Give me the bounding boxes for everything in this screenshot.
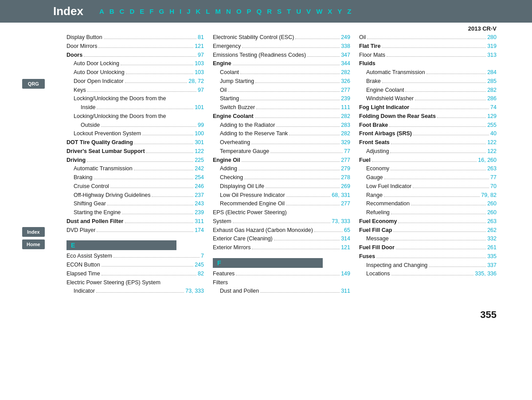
alpha-link-z[interactable]: Z	[347, 8, 351, 15]
alpha-link-y[interactable]: Y	[337, 8, 342, 15]
entry-page[interactable]: 100	[195, 129, 204, 138]
entry-page[interactable]: 282	[341, 68, 350, 77]
entry-page[interactable]: 249	[341, 33, 350, 42]
entry-page[interactable]: 122	[195, 147, 204, 156]
entry-page[interactable]: 174	[195, 226, 204, 235]
entry-page[interactable]: 263	[487, 217, 497, 226]
alpha-link-i[interactable]: I	[180, 8, 181, 15]
entry-page[interactable]: 263	[487, 165, 497, 173]
entry-page[interactable]: 65	[344, 226, 350, 235]
entry-page[interactable]: 28, 72	[188, 77, 204, 86]
entry-page[interactable]: 70	[490, 182, 497, 191]
entry-page[interactable]: 239	[195, 208, 204, 217]
entry-page[interactable]: 74	[490, 103, 497, 112]
entry-page[interactable]: 101	[195, 103, 204, 112]
alpha-link-t[interactable]: T	[287, 8, 291, 15]
alpha-link-c[interactable]: C	[120, 8, 125, 15]
entry-page[interactable]: 225	[195, 156, 204, 165]
entry-page[interactable]: 129	[487, 112, 497, 121]
entry-page[interactable]: 262	[487, 226, 497, 235]
alpha-link-j[interactable]: J	[187, 8, 190, 15]
entry-page[interactable]: 277	[341, 86, 350, 94]
entry-page[interactable]: 282	[341, 112, 350, 121]
alpha-link-o[interactable]: O	[236, 8, 242, 15]
entry-page[interactable]: 77	[490, 173, 497, 182]
entry-page[interactable]: 122	[487, 138, 497, 147]
entry-page[interactable]: 279	[341, 165, 350, 173]
entry-page[interactable]: 82	[198, 270, 204, 278]
entry-page[interactable]: 347	[341, 51, 350, 59]
entry-page[interactable]: 338	[341, 42, 350, 51]
entry-page[interactable]: 313	[487, 51, 497, 59]
alpha-link-g[interactable]: G	[159, 8, 164, 15]
alpha-link-b[interactable]: B	[110, 8, 114, 15]
entry-page[interactable]: 311	[341, 287, 350, 295]
entry-page[interactable]: 97	[198, 86, 204, 94]
entry-page[interactable]: 246	[195, 182, 204, 191]
alpha-link-v[interactable]: V	[306, 8, 311, 15]
entry-page[interactable]: 260	[487, 200, 497, 208]
entry-page[interactable]: 255	[487, 121, 497, 129]
alpha-link-q[interactable]: Q	[257, 8, 262, 15]
entry-page[interactable]: 284	[487, 68, 497, 77]
entry-page[interactable]: 122	[487, 147, 497, 156]
entry-page[interactable]: 332	[487, 235, 497, 243]
alpha-link-l[interactable]: L	[206, 8, 210, 15]
entry-page[interactable]: 254	[195, 173, 204, 182]
entry-page[interactable]: 97	[198, 51, 204, 59]
entry-page[interactable]: 285	[487, 77, 497, 86]
entry-page[interactable]: 286	[487, 94, 497, 103]
alpha-link-r[interactable]: R	[267, 8, 272, 15]
entry-page[interactable]: 277	[341, 156, 350, 165]
entry-page[interactable]: 149	[341, 270, 350, 278]
entry-page[interactable]: 311	[195, 217, 204, 226]
qrg-button[interactable]: QRG	[22, 79, 45, 89]
entry-page[interactable]: 278	[341, 173, 350, 182]
alpha-link-d[interactable]: D	[129, 8, 134, 15]
entry-page[interactable]: 239	[341, 94, 350, 103]
entry-page[interactable]: 335	[487, 252, 497, 261]
entry-page[interactable]: 335, 336	[475, 270, 497, 278]
entry-page[interactable]: 111	[341, 103, 350, 112]
entry-page[interactable]: 68, 331	[332, 191, 350, 200]
entry-page[interactable]: 121	[195, 42, 204, 51]
entry-page[interactable]: 81	[198, 33, 204, 42]
alpha-link-u[interactable]: U	[296, 8, 301, 15]
entry-page[interactable]: 344	[341, 59, 350, 68]
alpha-link-k[interactable]: K	[196, 8, 201, 15]
alpha-link-w[interactable]: W	[316, 8, 322, 15]
entry-page[interactable]: 329	[341, 138, 350, 147]
entry-page[interactable]: 301	[195, 138, 204, 147]
entry-page[interactable]: 283	[341, 121, 350, 129]
entry-page[interactable]: 337	[487, 261, 497, 270]
entry-page[interactable]: 73, 333	[332, 217, 350, 226]
alpha-link-n[interactable]: N	[226, 8, 231, 15]
alpha-link-e[interactable]: E	[140, 8, 144, 15]
entry-page[interactable]: 282	[341, 129, 350, 138]
entry-page[interactable]: 245	[195, 261, 204, 269]
entry-page[interactable]: 282	[487, 86, 497, 94]
alpha-link-m[interactable]: M	[215, 8, 221, 15]
entry-page[interactable]: 319	[487, 42, 497, 51]
entry-page[interactable]: 314	[341, 235, 350, 243]
entry-page[interactable]: 277	[341, 200, 350, 208]
entry-page[interactable]: 243	[195, 200, 204, 208]
entry-page[interactable]: 280	[487, 33, 497, 42]
home-button[interactable]: Home	[22, 239, 45, 249]
alpha-link-h[interactable]: H	[169, 8, 174, 15]
entry-page[interactable]: 260	[487, 208, 497, 217]
entry-page[interactable]: 237	[195, 191, 204, 200]
entry-page[interactable]: 16, 260	[478, 156, 497, 165]
alpha-link-a[interactable]: A	[99, 8, 104, 15]
entry-page[interactable]: 77	[344, 147, 350, 156]
entry-page[interactable]: 103	[195, 68, 204, 77]
entry-page[interactable]: 121	[341, 243, 350, 252]
alpha-link-p[interactable]: P	[247, 8, 251, 15]
alpha-link-x[interactable]: X	[328, 8, 332, 15]
entry-page[interactable]: 242	[195, 165, 204, 173]
entry-page[interactable]: 261	[487, 243, 497, 252]
alpha-link-s[interactable]: S	[277, 8, 282, 15]
entry-page[interactable]: 73, 333	[185, 287, 204, 295]
entry-page[interactable]: 99	[198, 121, 204, 129]
entry-page[interactable]: 79, 82	[481, 191, 497, 200]
